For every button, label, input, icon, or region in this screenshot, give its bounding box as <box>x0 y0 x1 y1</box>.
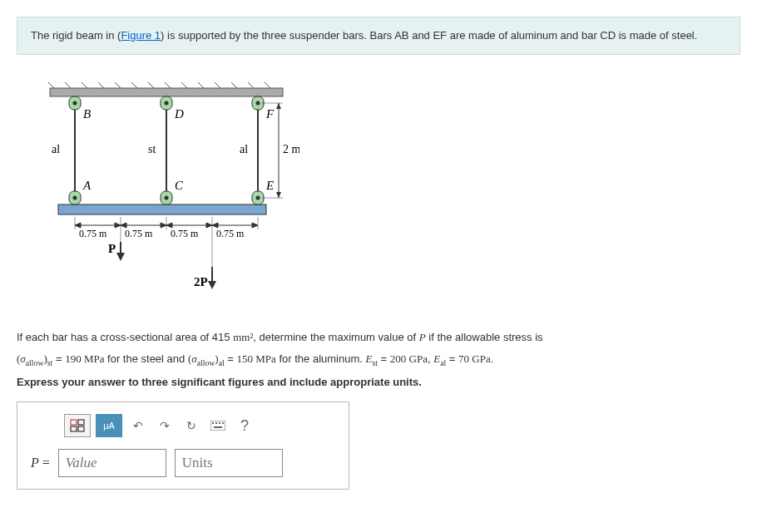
label-F: F <box>265 107 275 121</box>
svg-rect-59 <box>212 422 214 424</box>
dim-h3: 0.75 m <box>171 228 199 239</box>
label-D: D <box>174 107 184 121</box>
question-line1: If each bar has a cross-sectional area o… <box>17 329 740 347</box>
svg-line-13 <box>248 82 254 88</box>
svg-rect-60 <box>215 422 217 424</box>
svg-rect-63 <box>214 426 222 428</box>
answer-line: P = <box>31 449 335 477</box>
svg-rect-57 <box>78 426 84 431</box>
svg-marker-33 <box>276 192 281 198</box>
svg-point-28 <box>165 195 169 200</box>
svg-line-4 <box>98 82 104 88</box>
label-st: st <box>148 143 156 155</box>
units-input[interactable] <box>175 449 283 477</box>
svg-rect-24 <box>58 204 266 214</box>
svg-line-6 <box>131 82 137 88</box>
answer-instruction: Express your answer to three significant… <box>17 376 740 388</box>
reset-button[interactable]: ↻ <box>181 414 202 437</box>
svg-rect-62 <box>222 422 224 424</box>
svg-line-7 <box>148 82 154 88</box>
svg-line-8 <box>165 82 171 88</box>
redo-button[interactable]: ↷ <box>154 414 176 437</box>
svg-line-10 <box>198 82 204 88</box>
svg-rect-56 <box>71 426 77 431</box>
problem-post: ) is supported by the three suspender ba… <box>161 29 697 42</box>
load-P: P <box>108 242 116 255</box>
question-line2: (σallow)st = 190 MPa for the steel and (… <box>17 351 740 369</box>
dim-2m: 2 m <box>283 143 299 155</box>
svg-point-18 <box>165 101 169 105</box>
label-A: A <box>82 179 92 192</box>
units-button[interactable]: μA <box>96 414 122 437</box>
figure-diagram: B D F al st al 2 m A C E <box>33 80 299 296</box>
svg-line-2 <box>65 82 71 88</box>
svg-point-16 <box>73 101 77 105</box>
svg-rect-58 <box>210 421 225 431</box>
load-2P: 2P <box>194 275 208 288</box>
help-button[interactable]: ? <box>234 414 255 437</box>
dim-h2: 0.75 m <box>125 228 153 239</box>
svg-rect-54 <box>71 420 77 425</box>
undo-button[interactable]: ↶ <box>127 414 149 437</box>
label-E: E <box>265 179 274 192</box>
svg-rect-61 <box>219 422 220 424</box>
svg-marker-51 <box>116 253 125 261</box>
label-C: C <box>175 179 184 192</box>
svg-line-5 <box>115 82 121 88</box>
svg-rect-0 <box>50 88 283 96</box>
svg-line-14 <box>265 82 270 88</box>
svg-line-3 <box>82 82 87 88</box>
dim-h4: 0.75 m <box>216 228 245 239</box>
problem-statement: The rigid beam in (Figure 1) is supporte… <box>17 17 740 55</box>
dim-h1: 0.75 m <box>79 228 107 239</box>
svg-point-26 <box>73 195 77 200</box>
keyboard-button[interactable] <box>207 414 229 437</box>
value-input[interactable] <box>58 449 166 477</box>
svg-point-20 <box>256 101 260 105</box>
answer-box: μA ↶ ↷ ↻ ? P = <box>17 401 349 490</box>
svg-line-1 <box>48 82 54 88</box>
svg-point-30 <box>256 195 260 200</box>
label-al-left: al <box>52 143 60 155</box>
svg-marker-53 <box>208 281 216 289</box>
svg-line-11 <box>215 82 220 88</box>
label-B: B <box>83 107 91 121</box>
toolbar: μA ↶ ↷ ↻ ? <box>64 414 335 437</box>
answer-var-label: P = <box>31 456 50 470</box>
label-al-right: al <box>240 143 248 155</box>
problem-pre: The rigid beam in ( <box>31 29 121 42</box>
svg-rect-55 <box>78 420 84 425</box>
svg-marker-32 <box>276 103 281 109</box>
svg-line-12 <box>231 82 237 88</box>
figure-link[interactable]: Figure 1 <box>121 29 161 42</box>
svg-line-9 <box>181 82 187 88</box>
templates-button[interactable] <box>64 414 91 437</box>
svg-marker-49 <box>252 223 258 228</box>
